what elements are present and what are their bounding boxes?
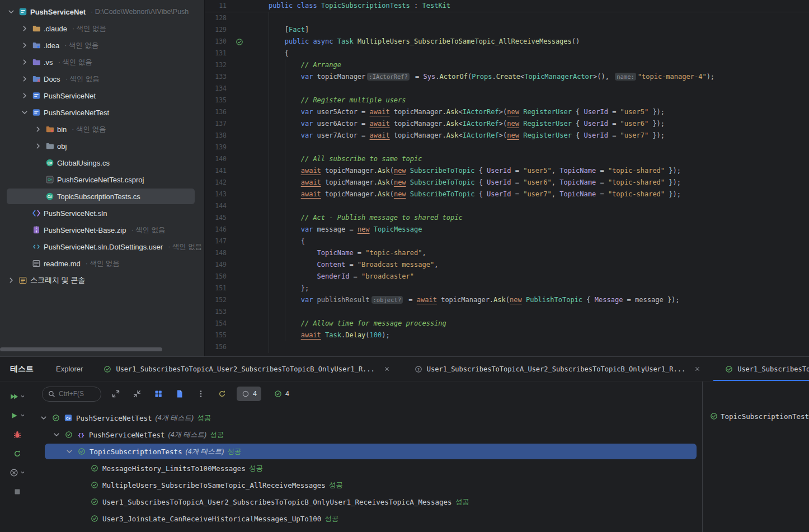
- project-tree-item[interactable]: Docs· 색인 없음: [0, 70, 204, 87]
- passed-icon: [274, 389, 283, 398]
- tool-window-title: 테스트: [10, 364, 34, 374]
- code-text: };: [252, 283, 809, 294]
- line-number: 134: [205, 83, 227, 95]
- test-tree-row[interactable]: User3_JoinsLate_CanReceiveHistoricalMess…: [35, 510, 702, 527]
- rerun-button[interactable]: [13, 446, 22, 460]
- code-line[interactable]: 154 // Allow time for message processing: [205, 318, 809, 329]
- dotsettings-icon: [32, 242, 41, 251]
- code-line[interactable]: 135 // Register multiple users: [205, 95, 809, 106]
- export-button[interactable]: [173, 387, 186, 401]
- code-line[interactable]: 130 public async Task MultipleUsers_Subs…: [205, 36, 809, 48]
- close-tab-icon[interactable]: [694, 365, 701, 373]
- code-line[interactable]: 129 [Fact]: [205, 24, 809, 36]
- line-number: 150: [205, 271, 227, 283]
- cancel-button[interactable]: [10, 465, 25, 479]
- test-session-tab[interactable]: ?User1_SubscribesToTopicA_User2_Subscrib…: [411, 357, 704, 382]
- close-tab-icon[interactable]: [383, 365, 391, 373]
- test-session-tab[interactable]: User1_SubscribesToTopicA_Use...: [721, 357, 809, 382]
- code-line[interactable]: 138 var user7Actor = await topicManager.…: [205, 130, 809, 142]
- project-tree-item[interactable]: PushServiceNet-Base.zip· 색인 없음: [0, 222, 204, 238]
- code-line[interactable]: 143 await topicManager.Ask(new Subscribe…: [205, 189, 809, 200]
- code-line[interactable]: 136 var user5Actor = await topicManager.…: [205, 106, 809, 118]
- code-line[interactable]: 142 await topicManager.Ask(new Subscribe…: [205, 177, 809, 189]
- project-tree-item[interactable]: .claude· 색인 없음: [0, 20, 204, 37]
- project-tree-item[interactable]: PushServiceNetTest: [0, 104, 204, 121]
- test-tree-row[interactable]: MessageHistory_LimitsTo100Messages성공: [35, 460, 702, 477]
- code-line[interactable]: 134: [205, 83, 809, 95]
- test-session-tab[interactable]: User1_SubscribesToTopicA_User2_Subscribe…: [100, 357, 393, 382]
- project-tree-item[interactable]: obj: [0, 138, 204, 154]
- project-tree-item[interactable]: .vs· 색인 없음: [0, 54, 204, 70]
- item-label: PushServiceNet.sln: [44, 209, 107, 218]
- code-line[interactable]: 141 await topicManager.Ask(new Subscribe…: [205, 165, 809, 177]
- project-tree-item[interactable]: .idea· 색인 없음: [0, 37, 204, 54]
- collapse-all-button[interactable]: [130, 387, 144, 401]
- code-text: await topicManager.Ask(new SubscribeToTo…: [252, 165, 809, 177]
- line-number: 154: [205, 318, 227, 329]
- code-line[interactable]: 149 Content = "Broadcast message",: [205, 259, 809, 271]
- tab-label: User1_SubscribesToTopicA_User2_Subscribe…: [116, 365, 374, 373]
- group-by-button[interactable]: [152, 387, 165, 401]
- chevron-right-icon: [34, 125, 43, 134]
- scratch-icon: [18, 276, 27, 285]
- tab-explorer[interactable]: Explorer: [56, 365, 83, 373]
- code-line[interactable]: 147 {: [205, 236, 809, 247]
- code-line[interactable]: 144: [205, 200, 809, 212]
- line-number: 146: [205, 224, 227, 236]
- filter-passed-chip[interactable]: 4: [269, 387, 294, 401]
- more-options-button[interactable]: [194, 387, 208, 401]
- gutter: [227, 59, 252, 71]
- code-line[interactable]: 139: [205, 142, 809, 153]
- project-tree-item[interactable]: PushServiceNet.sln: [0, 205, 204, 222]
- chevron-right-icon: [34, 142, 43, 150]
- test-status: 성공: [324, 514, 338, 524]
- run-button[interactable]: [10, 408, 25, 422]
- debug-button[interactable]: [13, 427, 22, 441]
- line-number: 149: [205, 259, 227, 271]
- item-label: 스크래치 및 콘솔: [30, 275, 85, 285]
- code-line[interactable]: 140 // All subscribe to same topic: [205, 153, 809, 165]
- code-line[interactable]: 151 };: [205, 283, 809, 294]
- code-line[interactable]: 128: [205, 12, 809, 24]
- code-line[interactable]: 146 var message = new TopicMessage: [205, 224, 809, 236]
- project-tree-item[interactable]: C#GlobalUsings.cs: [0, 154, 204, 171]
- run-all-icon: [10, 392, 18, 401]
- code-line[interactable]: 132 // Arrange: [205, 59, 809, 71]
- code-line[interactable]: 133 var topicManager:IActorRef? = Sys.Ac…: [205, 71, 809, 83]
- code-line[interactable]: 131 {: [205, 48, 809, 59]
- run-all-button[interactable]: [10, 389, 25, 403]
- filter-total-chip[interactable]: 4: [237, 387, 261, 401]
- project-tree-item[interactable]: C#TopicSubscriptionTests.cs: [0, 188, 204, 205]
- test-tree-row[interactable]: {}PushServiceNetTest(4개 테스트)성공: [35, 426, 702, 443]
- project-tree-item[interactable]: readme.md· 색인 없음: [0, 255, 204, 272]
- test-name: User3_JoinsLate_CanReceiveHistoricalMess…: [102, 515, 321, 523]
- test-tree-row[interactable]: C#PushServiceNetTest(4개 테스트)성공: [35, 409, 702, 426]
- code-line[interactable]: 152 var publishResult:object? = await to…: [205, 294, 809, 306]
- project-tree-item[interactable]: PushServiceNet: [0, 87, 204, 104]
- code-line[interactable]: 11 public class TopicSubscriptionTests :…: [205, 0, 809, 12]
- code-line[interactable]: 150 SenderId = "broadcaster": [205, 271, 809, 283]
- line-number: 138: [205, 130, 227, 142]
- auto-rerun-button[interactable]: [215, 387, 229, 401]
- expand-all-button[interactable]: [109, 387, 123, 401]
- test-search-box[interactable]: [42, 387, 101, 402]
- stop-button[interactable]: [13, 484, 22, 498]
- project-tree-item[interactable]: PushServiceNet· D:\Code\Webnori\AIVibe\P…: [0, 3, 204, 20]
- test-tree-row[interactable]: User1_SubscribesToTopicA_User2_Subscribe…: [35, 493, 702, 510]
- test-tree-row[interactable]: TopicSubscriptionTests(4개 테스트)성공: [35, 443, 702, 460]
- code-line[interactable]: 153: [205, 306, 809, 318]
- test-tree-row[interactable]: MultipleUsers_SubscribeToSameTopic_AllRe…: [35, 477, 702, 493]
- search-input[interactable]: [59, 390, 96, 398]
- code-line[interactable]: 148 TopicName = "topic-shared",: [205, 247, 809, 259]
- code-line[interactable]: 155 await Task.Delay(100);: [205, 329, 809, 341]
- project-tree-item[interactable]: bin· 색인 없음: [0, 121, 204, 138]
- project-tree-item[interactable]: PushServiceNet.sln.DotSettings.user· 색인 …: [0, 238, 204, 255]
- horizontal-scrollbar-thumb[interactable]: [0, 347, 162, 351]
- test-tabbar: 테스트 Explorer User1_SubscribesToTopicA_Us…: [0, 357, 809, 382]
- project-tree-item[interactable]: C#PushServiceNetTest.csproj: [0, 171, 204, 188]
- code-line[interactable]: 137 var user6Actor = await topicManager.…: [205, 118, 809, 130]
- project-tree-item[interactable]: 스크래치 및 콘솔: [0, 272, 204, 289]
- module-icon: [32, 91, 41, 100]
- code-line[interactable]: 145 // Act - Publish message to shared t…: [205, 212, 809, 224]
- code-line[interactable]: 156: [205, 341, 809, 353]
